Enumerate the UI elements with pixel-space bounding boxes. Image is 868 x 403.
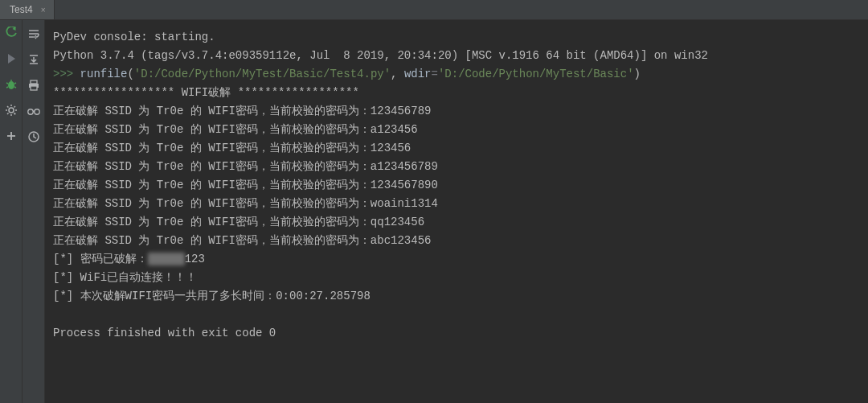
console-line: PyDev console: starting. [53, 28, 860, 47]
console-line: 正在破解 SSID 为 Tr0e 的 WIFI密码，当前校验的密码为：12345… [53, 176, 860, 195]
svg-line-13 [7, 113, 9, 115]
add-icon[interactable] [5, 130, 18, 142]
console-line: 正在破解 SSID 为 Tr0e 的 WIFI密码，当前校验的密码为：12345… [53, 139, 860, 158]
redacted-password: xxxxx [148, 253, 185, 265]
string-arg: 'D:/Code/Python/MyTest/Basic/Test4.py' [134, 68, 391, 80]
svg-line-2 [6, 83, 8, 84]
console-line: 正在破解 SSID 为 Tr0e 的 WIFI密码，当前校验的密码为：qq123… [53, 213, 860, 232]
console-output[interactable]: PyDev console: starting. Python 3.7.4 (t… [45, 20, 868, 403]
svg-line-5 [14, 87, 16, 88]
svg-point-26 [27, 109, 32, 114]
svg-rect-25 [31, 86, 37, 90]
svg-point-6 [9, 108, 14, 113]
string-arg: 'D:/Code/Python/MyTest/Basic' [438, 68, 634, 80]
svg-line-3 [14, 83, 16, 84]
svg-point-0 [8, 81, 14, 89]
exit-line: Process finished with exit code 0 [53, 324, 860, 343]
print-icon[interactable] [27, 78, 41, 93]
console-line: 正在破解 SSID 为 Tr0e 的 WIFI密码，当前校验的密码为：woain… [53, 195, 860, 213]
play-icon[interactable] [5, 52, 18, 65]
console-line: 正在破解 SSID 为 Tr0e 的 WIFI密码，当前校验的密码为：12345… [53, 102, 860, 121]
svg-point-27 [34, 109, 39, 114]
console-line [53, 306, 860, 324]
console-line: 正在破解 SSID 为 Tr0e 的 WIFI密码，当前校验的密码为：abc12… [53, 232, 860, 250]
console-line: >>> runfile('D:/Code/Python/MyTest/Basic… [53, 65, 860, 84]
console-line: [*] 密码已破解：xxxxx123 [53, 250, 860, 269]
rerun-icon[interactable] [5, 27, 18, 39]
console-line: [*] 本次破解WIFI密码一共用了多长时间：0:00:27.285798 [53, 287, 860, 306]
debug-icon[interactable] [5, 78, 18, 91]
console-line: [*] WiFi已自动连接！！！ [53, 269, 860, 287]
svg-point-15 [14, 113, 15, 115]
svg-line-14 [14, 106, 15, 108]
spectacles-icon[interactable] [27, 104, 41, 118]
console-line: Python 3.7.4 (tags/v3.7.4:e09359112e, Ju… [53, 47, 860, 65]
fn-name: runfile [80, 68, 128, 80]
console-line: ****************** WIFI破解 **************… [53, 84, 860, 102]
left-gutter [0, 20, 23, 403]
svg-rect-23 [31, 80, 37, 84]
svg-line-11 [7, 106, 9, 108]
svg-line-4 [6, 87, 8, 88]
console-line: 正在破解 SSID 为 Tr0e 的 WIFI密码，当前校验的密码为：a1234… [53, 121, 860, 139]
settings-icon[interactable] [5, 104, 18, 117]
prompt: >>> [53, 68, 80, 80]
console-line: 正在破解 SSID 为 Tr0e 的 WIFI密码，当前校验的密码为：a1234… [53, 158, 860, 176]
main-area: PyDev console: starting. Python 3.7.4 (t… [0, 20, 868, 403]
history-icon[interactable] [27, 130, 41, 144]
close-icon[interactable]: × [39, 6, 47, 14]
toolbar-gutter [23, 20, 45, 403]
soft-wrap-icon[interactable] [27, 27, 41, 41]
kwarg-name: wdir [404, 68, 432, 80]
tab-test4[interactable]: Test4 × [0, 0, 55, 19]
tab-bar: Test4 × [0, 0, 868, 20]
tab-label: Test4 [10, 4, 33, 15]
scroll-to-end-icon[interactable] [27, 52, 41, 67]
